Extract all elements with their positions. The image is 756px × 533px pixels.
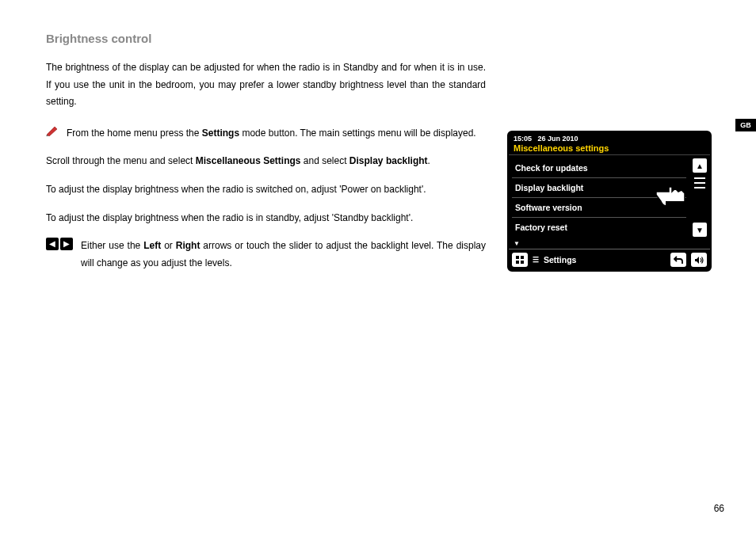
hand-note-icon [46, 125, 63, 143]
step1-bold: Settings [202, 128, 239, 139]
s5c: or [161, 240, 176, 251]
device-scrollbar[interactable]: ▲ ▼ [689, 155, 710, 240]
svg-rect-3 [516, 261, 519, 264]
device-header: Miscellaneous settings [509, 143, 710, 155]
paragraph-4: To adjust the display brightness when th… [46, 210, 486, 227]
p2c: and select [300, 155, 349, 166]
menu-item-check-updates[interactable]: Check for updates [512, 158, 686, 178]
footer-menu-icon: ☰ [533, 256, 539, 264]
right-arrow-icon: ▶ [60, 238, 73, 250]
back-icon[interactable] [670, 253, 686, 267]
left-arrow-icon: ◀ [46, 238, 59, 250]
volume-icon[interactable] [691, 253, 707, 267]
p2b: Miscellaneous Settings [196, 155, 301, 166]
device-menu-list: Check for updates Display backlight Soft… [509, 155, 689, 240]
p2e: . [428, 155, 430, 166]
menu-item-factory-reset[interactable]: Factory reset [512, 218, 686, 237]
device-time: 15:05 [514, 135, 532, 143]
page-number: 66 [714, 503, 724, 514]
section-title: Brightness control [46, 32, 710, 45]
scroll-up-icon[interactable]: ▲ [693, 158, 707, 173]
device-screenshot: 15:05 26 Jun 2010 Miscellaneous settings… [507, 131, 712, 272]
device-date: 26 Jun 2010 [538, 135, 578, 143]
scroll-down-icon[interactable]: ▼ [693, 223, 707, 237]
s5d: Right [176, 240, 200, 251]
menu-item-software-version[interactable]: Software version [512, 198, 686, 218]
svg-rect-4 [521, 261, 524, 264]
more-below-icon: ▼ [509, 240, 710, 249]
s5a: Either use the [81, 240, 143, 251]
step-5: ◀ ▶ Either use the Left or Right arrows … [46, 238, 486, 272]
device-footer-label: Settings [544, 255, 576, 265]
step1-text-a: From the home menu press the [67, 128, 202, 139]
home-grid-icon[interactable] [512, 253, 528, 267]
p2d: Display backlight [349, 155, 428, 166]
p2a: Scroll through the menu and select [46, 155, 196, 166]
paragraph-3: To adjust the display brightness when th… [46, 181, 486, 199]
step-1: From the home menu press the Settings mo… [46, 125, 486, 143]
region-tab: GB [735, 119, 756, 131]
step1-text-c: mode button. The main settings menu will… [239, 128, 476, 139]
intro-paragraph: The brightness of the display can be adj… [46, 59, 486, 111]
s5b: Left [143, 240, 161, 251]
svg-rect-2 [521, 256, 524, 259]
paragraph-2: Scroll through the menu and select Misce… [46, 153, 486, 170]
svg-rect-1 [516, 256, 519, 259]
menu-item-display-backlight[interactable]: Display backlight [512, 178, 686, 198]
